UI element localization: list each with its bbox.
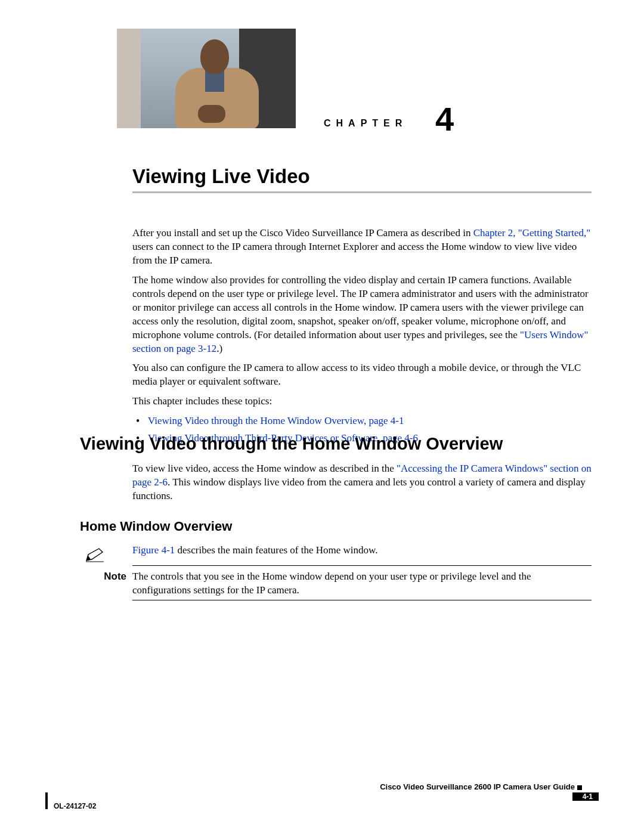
text-run: After you install and set up the Cisco V… xyxy=(132,227,473,239)
text-run: users can connect to the IP camera throu… xyxy=(132,241,577,266)
chapter-title: Viewing Live Video xyxy=(132,163,310,190)
section-paragraph-1: To view live video, access the Home wind… xyxy=(132,462,592,503)
intro-paragraph-2: The home window also provides for contro… xyxy=(132,274,592,356)
link-figure-4-1[interactable]: Figure 4-1 xyxy=(132,544,175,556)
footer-page-number: 4-1 xyxy=(583,792,593,801)
text-run: describes the main features of the Home … xyxy=(175,544,377,556)
subsection-paragraph-1: Figure 4-1 describes the main features o… xyxy=(132,544,592,558)
text-run: . This window displays live video from t… xyxy=(132,476,586,501)
footer-doc-id: OL-24127-02 xyxy=(54,801,96,811)
page-footer: Cisco Video Surveillance 2600 IP Camera … xyxy=(45,782,599,814)
intro-paragraph-1: After you install and set up the Cisco V… xyxy=(132,227,592,268)
page: CHAPTER 4 Viewing Live Video After you i… xyxy=(0,0,644,833)
title-underline xyxy=(132,191,592,193)
section-heading-home-window-overview: Viewing Video through the Home Window Ov… xyxy=(80,432,503,456)
link-chapter-2-getting-started[interactable]: Chapter 2, "Getting Started," xyxy=(473,227,591,239)
footer-tick-icon xyxy=(577,785,582,790)
chapter-number: 4 xyxy=(435,97,454,142)
footer-bar-cutout xyxy=(48,792,572,801)
footer-guide-title: Cisco Video Surveillance 2600 IP Camera … xyxy=(380,782,575,792)
chapter-intro: After you install and set up the Cisco V… xyxy=(132,227,592,449)
note-rule-top xyxy=(132,565,592,566)
subsection-body: Figure 4-1 describes the main features o… xyxy=(132,544,592,563)
footer-left-edge xyxy=(45,792,48,809)
note-pencil-icon xyxy=(85,547,105,563)
text-run: .) xyxy=(216,343,222,354)
link-topic-home-window-overview[interactable]: Viewing Video through the Home Window Ov… xyxy=(148,415,404,426)
chapter-hero-image xyxy=(117,29,296,128)
subsection-heading-home-window-overview: Home Window Overview xyxy=(80,518,232,535)
text-run: To view live video, access the Home wind… xyxy=(132,463,397,474)
note-label: Note xyxy=(80,570,126,584)
note-text: The controls that you see in the Home wi… xyxy=(132,570,592,597)
chapter-label: CHAPTER xyxy=(324,117,407,130)
section-body: To view live video, access the Home wind… xyxy=(132,462,592,509)
intro-paragraph-3: You also can configure the IP camera to … xyxy=(132,361,592,389)
topic-item: Viewing Video through the Home Window Ov… xyxy=(132,414,592,428)
topics-lead: This chapter includes these topics: xyxy=(132,395,592,408)
note-rule-bottom xyxy=(132,600,592,600)
